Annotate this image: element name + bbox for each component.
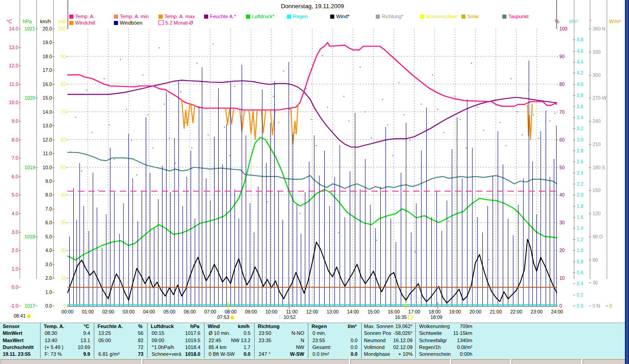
axis-tick-label: 3.0 (0, 230, 18, 235)
axis-tick (589, 167, 591, 168)
axis-tick (573, 151, 575, 151)
series-richtung (365, 111, 366, 112)
axis-tick (573, 40, 575, 40)
legend-label: Richtung* (382, 14, 404, 19)
table-cell (278, 323, 303, 330)
table-divider (40, 323, 41, 358)
axis-tick (573, 273, 575, 273)
time-label: 14:00 (343, 309, 363, 314)
legend-swatch-icon (159, 20, 164, 25)
axis-header-tempC: °C (6, 19, 12, 24)
legend-swatch-icon (502, 15, 506, 19)
time-label: 02:00 (98, 309, 118, 314)
series-richtung (455, 96, 455, 97)
series-richtung (109, 124, 110, 125)
axis-tick (573, 295, 575, 295)
axis-tick-label: 5.0 (33, 234, 52, 239)
axis-tick-label: -1.0 (0, 303, 18, 308)
table-cell: 73 (116, 351, 143, 358)
axis-tick-label: 12.0 (0, 63, 18, 68)
legend-item-wind-: Wind* (330, 14, 349, 19)
series-richtung (153, 147, 153, 148)
series-richtung (234, 86, 235, 87)
series-richtung (544, 101, 545, 102)
axis-tick-label: 180 S (593, 165, 605, 170)
weather-app-window: Donnerstag, 19.11.2009 Temp. A.Temp. A. … (0, 0, 629, 364)
axis-tick (52, 126, 55, 126)
chart-plot (67, 29, 557, 306)
axis-tick (52, 292, 55, 293)
axis-tick (52, 237, 55, 237)
time-label: 16:00 (384, 309, 404, 314)
series-richtung (289, 109, 290, 110)
series-richtung (185, 122, 186, 123)
table-cell: 1018.0 (171, 351, 201, 358)
table-cell: 1340m (447, 337, 472, 344)
axis-tick-label: 3.4 (577, 115, 583, 120)
axis-tick-label: 40 (559, 192, 565, 197)
series-richtung (316, 145, 317, 146)
axis-tick (19, 195, 21, 195)
legend-swatch-icon (287, 15, 291, 19)
legend-swatch-icon (114, 21, 118, 25)
sunrise-left-marker: 08:41 (14, 313, 31, 318)
axis-tick-label: 1.2 (577, 237, 583, 242)
axis-tick (573, 128, 575, 129)
legend-swatch-icon (204, 15, 208, 19)
table-cell: °C (64, 323, 89, 330)
axis-tick-label: 0 (47, 303, 66, 308)
axis-tick (589, 190, 591, 191)
axis-tick-label: 2.8 (577, 148, 583, 153)
table-cell: 10.69 (63, 344, 90, 351)
table-cell: W-SW (277, 351, 304, 358)
table-cell: 1017.6 (171, 330, 201, 337)
time-label: 12:00 (302, 309, 322, 314)
table-cell: 1.7 (225, 344, 251, 351)
series-richtung (392, 155, 393, 156)
time-label: 19:00 (445, 309, 465, 314)
axis-tick-label: 150 (593, 188, 601, 193)
table-cell: km/h (227, 323, 250, 330)
series-richtung (267, 201, 268, 202)
time-label: 21:00 (486, 309, 506, 314)
series-richtung (494, 99, 495, 100)
time-label: 01:00 (78, 309, 98, 314)
legend-item-luftdruck-: Luftdruck* (246, 14, 275, 19)
axis-tick-label: 1.6 (577, 215, 583, 220)
axis-tick (573, 117, 575, 118)
astro-time-marker: 07:53 (217, 314, 234, 320)
axis-tick-label: 1019 (16, 165, 35, 170)
series-richtung (376, 240, 377, 241)
axis-tick-label: 7.0 (33, 207, 52, 212)
axis-tick-label: 9.0 (0, 119, 18, 124)
axis-tick-label: 0 (609, 303, 612, 308)
axis-tick (589, 306, 591, 306)
series-richtung (294, 132, 295, 133)
table-cell: 11-15km (447, 330, 472, 337)
table-divider (254, 323, 255, 358)
axis-tick-label: 2.0 (577, 192, 583, 197)
series-richtung (409, 140, 410, 141)
series-richtung (533, 114, 534, 115)
series-richtung (499, 122, 500, 123)
table-cell: % (118, 323, 143, 330)
status-segment (143, 359, 349, 364)
time-label: 09:00 (241, 309, 261, 314)
axis-tick (589, 52, 591, 52)
time-label: 18:00 (424, 309, 445, 314)
axis-tick (19, 177, 21, 177)
axis-tick (19, 140, 21, 140)
series-richtung (506, 145, 506, 146)
axis-tick (589, 144, 591, 145)
legend-label: Feuchte A.* (210, 14, 236, 19)
axis-tick (573, 283, 575, 284)
series-richtung (465, 147, 466, 148)
legend-label: Windböen (120, 20, 143, 25)
time-label: 11:00 (282, 309, 302, 314)
table-cell: MaxWert (3, 337, 40, 344)
axis-tick-label: 0.6 (577, 270, 583, 275)
axis-line-wm2 (607, 0, 607, 279)
axis-tick-label: 11.0 (0, 82, 18, 87)
axis-tick-label: 50 (559, 165, 565, 170)
axis-tick-label: 0.8 (577, 259, 583, 264)
